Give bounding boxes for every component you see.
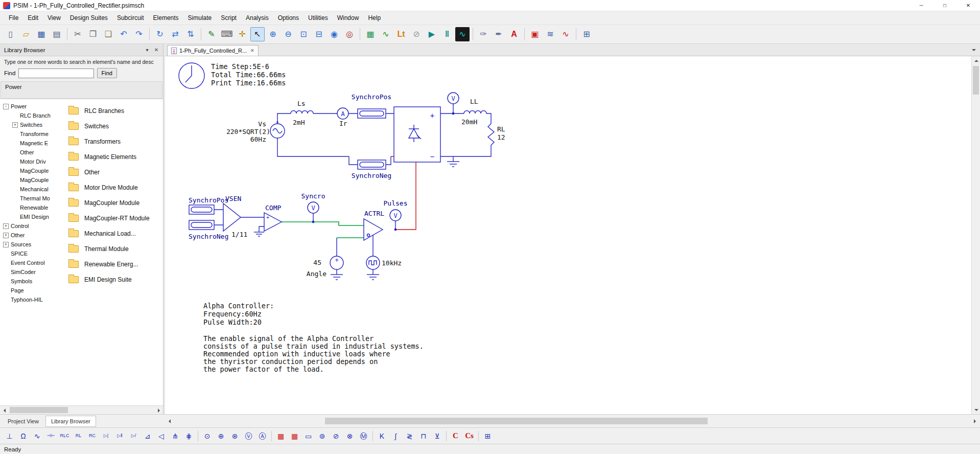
minimize-button[interactable]: ─: [909, 0, 933, 11]
ls-inductor[interactable]: Ls 2mH: [291, 100, 313, 126]
tree-item[interactable]: + Other: [0, 231, 62, 240]
parameter-window-icon[interactable]: ⊞: [579, 27, 594, 41]
carrier-square-source[interactable]: 10kHz: [366, 256, 402, 269]
pulses-voltage-probe[interactable]: V Pulses: [384, 199, 408, 230]
scroll-left-arrow-icon[interactable]: [165, 417, 174, 425]
current-sensor-icon[interactable]: ⊚: [316, 430, 329, 442]
rl-resistor[interactable]: RL 12: [488, 124, 505, 145]
tree-item[interactable]: + Sources: [0, 240, 62, 249]
maximize-button[interactable]: □: [933, 0, 956, 11]
tree-item[interactable]: Other: [0, 148, 62, 157]
ground-comparator[interactable]: [254, 232, 264, 236]
ctrl-synchro-pos-block[interactable]: SynchroPos: [189, 196, 228, 214]
machine-icon[interactable]: Ⓜ: [357, 430, 370, 442]
menu-item[interactable]: Analysis: [241, 12, 273, 24]
speed-sensor-icon[interactable]: ⊘: [330, 430, 342, 442]
panel-close-icon[interactable]: ✕: [152, 46, 161, 55]
tree-item[interactable]: Event Control: [0, 258, 62, 267]
voltage-sensor-icon[interactable]: ▭: [302, 430, 315, 442]
menu-item[interactable]: File: [4, 12, 23, 24]
scroll-thumb[interactable]: [10, 407, 68, 413]
cs-script-block-icon[interactable]: Cs: [463, 430, 476, 442]
library-folder-item[interactable]: Renewable Energ...: [68, 257, 163, 272]
save-icon[interactable]: ▦: [34, 27, 49, 41]
synchro-pos-block[interactable]: SynchroPos: [352, 93, 391, 118]
document-tab[interactable]: 1-Ph_Fully_Controlled_R... ✕: [167, 45, 259, 56]
tree-expander-icon[interactable]: +: [3, 242, 9, 247]
tab-close-icon[interactable]: ✕: [250, 48, 254, 53]
scroll-thumb[interactable]: [973, 66, 979, 95]
comp-block[interactable]: + COMP: [264, 204, 282, 231]
label-icon[interactable]: ⌨: [220, 27, 234, 41]
igbt-icon[interactable]: ⋕: [182, 430, 195, 442]
menu-item[interactable]: Elements: [149, 12, 183, 24]
zoom-in-icon[interactable]: ⊕: [266, 27, 280, 41]
probe-pen2-icon[interactable]: ✒: [492, 27, 506, 41]
library-folder-item[interactable]: Motor Drive Module: [68, 180, 163, 195]
scroll-track[interactable]: [174, 417, 970, 425]
tree-expander-icon[interactable]: +: [3, 233, 9, 238]
find-button[interactable]: Find: [97, 68, 117, 78]
ground-carrier-source[interactable]: [367, 269, 379, 280]
waveform-viewer-icon[interactable]: ∿: [455, 27, 470, 41]
tree-item[interactable]: Typhoon-HIL: [0, 295, 62, 304]
library-folder-item[interactable]: Magnetic Elements: [68, 149, 163, 165]
ammeter-icon[interactable]: Ⓐ: [256, 430, 269, 442]
rl-branch-icon[interactable]: RL: [72, 430, 85, 442]
voltmeter-icon[interactable]: Ⓥ: [242, 430, 255, 442]
voltage-scope-icon[interactable]: ▦: [274, 430, 287, 442]
current-source-icon[interactable]: ⊛: [228, 430, 241, 442]
library-folder-item[interactable]: Other: [68, 165, 163, 180]
menu-item[interactable]: View: [43, 12, 65, 24]
simview-lt-icon[interactable]: Lt: [394, 27, 408, 41]
scroll-down-arrow-icon[interactable]: [972, 405, 980, 414]
zoom-out-icon[interactable]: ⊖: [281, 27, 295, 41]
find-input[interactable]: [18, 69, 94, 78]
tree-item[interactable]: - Power: [0, 102, 62, 111]
resistor-icon[interactable]: Ω: [17, 430, 30, 442]
rlc-branch-icon[interactable]: RLC: [58, 430, 71, 442]
menu-item[interactable]: Design Suites: [65, 12, 112, 24]
script-editor-icon[interactable]: ∿: [379, 27, 393, 41]
library-folder-item[interactable]: Switches: [68, 119, 163, 134]
ll-inductor[interactable]: LL 20mH: [461, 98, 486, 126]
library-folder-item[interactable]: MagCoupler Module: [68, 195, 163, 211]
library-folder-item[interactable]: Mechanical Load...: [68, 226, 163, 241]
integrator-block-icon[interactable]: ∫: [389, 430, 402, 442]
tree-item[interactable]: Symbols: [0, 277, 62, 286]
library-horizontal-scrollbar[interactable]: [0, 405, 163, 414]
thyristor-icon[interactable]: ▷/: [127, 430, 140, 442]
thyristor-bridge[interactable]: + −: [394, 107, 440, 162]
library-folder-item[interactable]: MagCoupler-RT Module: [68, 211, 163, 226]
cut-icon[interactable]: ✂: [71, 27, 85, 41]
dc-source-icon[interactable]: ⊕: [215, 430, 227, 442]
undo-icon[interactable]: ↶: [116, 27, 131, 41]
tree-expander-icon[interactable]: +: [3, 223, 9, 229]
ground-load[interactable]: [447, 156, 459, 167]
zoom-fit-icon[interactable]: ⊟: [312, 27, 326, 41]
torque-sensor-icon[interactable]: ⊗: [343, 430, 356, 442]
synchro-neg-block[interactable]: SynchroNeg: [352, 160, 391, 179]
paste-icon[interactable]: ❑: [101, 27, 115, 41]
tree-item[interactable]: MagCouple: [0, 166, 62, 175]
schematic-notes[interactable]: Alpha Controller: Frequency:60Hz Pulse W…: [203, 302, 424, 373]
scroll-track[interactable]: [9, 406, 154, 414]
tab-list-dropdown-icon[interactable]: [970, 46, 978, 54]
waveform-compare-icon[interactable]: ≋: [543, 27, 557, 41]
tab-project-view[interactable]: Project View: [2, 416, 44, 427]
pause-simulation-icon[interactable]: ‖: [440, 27, 454, 41]
tree-item[interactable]: + Switches: [0, 120, 62, 129]
ir-ammeter[interactable]: A Ir: [337, 108, 348, 127]
tree-item[interactable]: Thermal Mo: [0, 194, 62, 203]
library-folder-item[interactable]: RLC Branches: [68, 103, 163, 119]
comparator-block-icon[interactable]: ≷: [403, 430, 416, 442]
menu-item[interactable]: Utilities: [304, 12, 333, 24]
alpha-controller-block[interactable]: ACTRL: [364, 210, 384, 240]
library-folder-item[interactable]: EMI Design Suite: [68, 272, 163, 287]
tree-item[interactable]: EMI Design: [0, 212, 62, 221]
vsen-block[interactable]: VSEN 1/11: [223, 195, 247, 238]
flip-horizontal-icon[interactable]: ⇄: [168, 27, 182, 41]
menu-item[interactable]: Window: [333, 12, 364, 24]
library-folder-item[interactable]: Transformers: [68, 134, 163, 149]
draw-wire-icon[interactable]: ✎: [204, 27, 219, 41]
